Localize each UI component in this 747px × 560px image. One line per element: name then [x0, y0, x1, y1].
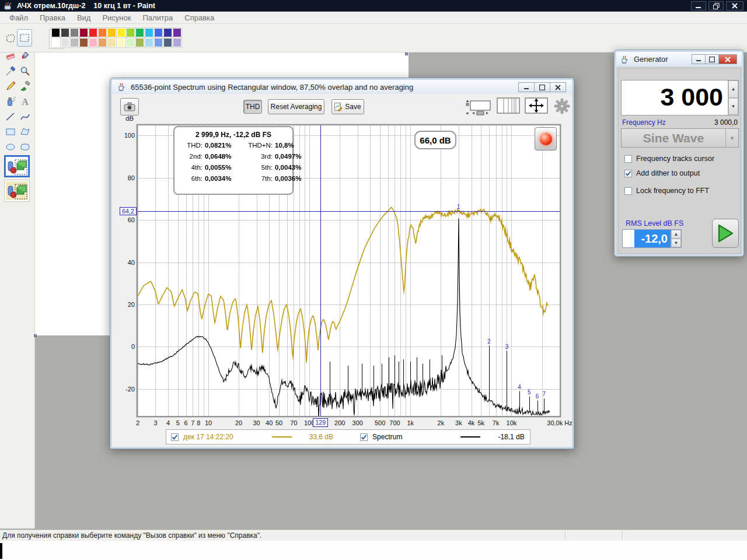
- eraser-tool[interactable]: [4, 49, 18, 63]
- waveform-select[interactable]: Sine Wave ▼: [621, 128, 739, 148]
- freeform-select-tool[interactable]: [3, 30, 18, 47]
- menu-item-Справка[interactable]: Справка: [179, 12, 220, 23]
- text-tool[interactable]: A: [18, 94, 32, 108]
- canvas-resize-handle[interactable]: [405, 52, 408, 55]
- selection-option-opaque[interactable]: [4, 180, 30, 202]
- palette-swatch-r1-4[interactable]: [79, 28, 88, 37]
- palette-swatch-r2-7[interactable]: [107, 38, 116, 47]
- rectangle-tool[interactable]: [4, 125, 18, 139]
- generator-title-bar[interactable]: Generator: [616, 52, 742, 66]
- brush-tool[interactable]: [18, 79, 32, 93]
- palette-swatch-r2-6[interactable]: [98, 38, 107, 47]
- settings-gear-icon[interactable]: [554, 98, 570, 114]
- palette-swatch-r2-3[interactable]: [70, 38, 79, 47]
- thd-toggle-button[interactable]: THD: [243, 100, 262, 114]
- palette-swatch-r1-7[interactable]: [107, 28, 116, 37]
- rms-level-spinner[interactable]: -12,0 ▲ ▼: [622, 229, 682, 248]
- fill-tool[interactable]: [18, 49, 32, 63]
- palette-swatch-r2-1[interactable]: [51, 38, 60, 47]
- minimize-button[interactable]: [691, 1, 706, 10]
- menu-item-Рисунок[interactable]: Рисунок: [96, 12, 137, 23]
- selection-option-transparent[interactable]: [4, 155, 30, 177]
- palette-swatch-r2-5[interactable]: [89, 38, 97, 47]
- airbrush-tool[interactable]: [4, 94, 18, 108]
- magnifier-tool[interactable]: [18, 64, 32, 78]
- generator-window-title: Generator: [634, 55, 668, 64]
- rms-down-button[interactable]: ▼: [671, 239, 681, 247]
- pan-icon[interactable]: [525, 97, 548, 114]
- record-button[interactable]: [535, 127, 557, 150]
- palette-swatch-r2-11[interactable]: [145, 38, 153, 47]
- canvas-corner-handle[interactable]: [34, 334, 37, 337]
- line-tool[interactable]: [4, 110, 18, 124]
- airbrush-icon: [5, 96, 16, 107]
- frequency-divisions-icon[interactable]: [497, 97, 520, 114]
- axis-range-icon[interactable]: [465, 99, 492, 116]
- palette-swatch-r1-14[interactable]: [173, 28, 181, 37]
- palette-swatch-r2-12[interactable]: [154, 38, 163, 47]
- color-picker-tool[interactable]: [4, 64, 18, 78]
- spectrum-minimize-button[interactable]: [518, 82, 535, 92]
- palette-swatch-r2-2[interactable]: [61, 38, 69, 47]
- restore-button[interactable]: [708, 1, 724, 10]
- x-tick-label: 30: [253, 419, 260, 426]
- reset-averaging-button[interactable]: Reset Averaging: [268, 99, 324, 114]
- menu-item-Файл[interactable]: Файл: [4, 12, 34, 23]
- record-icon: [540, 133, 552, 145]
- select-tool[interactable]: [17, 29, 32, 47]
- palette-swatch-r1-12[interactable]: [154, 28, 163, 37]
- curve-tool[interactable]: [18, 110, 32, 124]
- x-tick-label: 50: [275, 419, 282, 426]
- palette-swatch-r1-8[interactable]: [117, 28, 125, 37]
- palette-swatch-r1-10[interactable]: [135, 28, 144, 37]
- palette-swatch-r1-5[interactable]: [89, 28, 97, 37]
- spectrum-maximize-button[interactable]: [534, 82, 550, 92]
- palette-swatch-r2-14[interactable]: [173, 38, 181, 47]
- rounded-rectangle-tool[interactable]: [18, 140, 32, 154]
- menu-item-Правка[interactable]: Правка: [34, 12, 71, 23]
- palette-swatch-r2-4[interactable]: [79, 38, 88, 47]
- generator-checkbox-1[interactable]: [624, 155, 632, 163]
- generator-play-button[interactable]: [712, 219, 739, 248]
- legend-checkbox-2[interactable]: [360, 433, 368, 441]
- window-title: АЧХ отрем.10гдш-2 10 кгц 1 вт - Paint: [17, 2, 155, 10]
- palette-swatch-r2-10[interactable]: [135, 38, 144, 47]
- level-badge: 66,0 dB: [414, 131, 456, 149]
- status-text: Для получения справки выберите команду "…: [2, 531, 261, 540]
- palette-swatch-r1-1[interactable]: [51, 28, 60, 37]
- palette-swatch-r2-13[interactable]: [163, 38, 172, 47]
- menu-item-Вид[interactable]: Вид: [71, 12, 97, 23]
- thd-row-label: 6th:: [179, 175, 205, 182]
- rms-spinner-lead: [623, 230, 634, 247]
- palette-swatch-r2-8[interactable]: [117, 38, 125, 47]
- generator-checkbox-2[interactable]: [624, 170, 632, 177]
- generator-maximize-button[interactable]: [705, 54, 719, 64]
- close-button[interactable]: [726, 1, 743, 10]
- palette-swatch-r1-13[interactable]: [163, 28, 172, 37]
- palette-swatch-r1-9[interactable]: [126, 28, 135, 37]
- generator-close-button[interactable]: [718, 54, 737, 64]
- generator-minimize-button[interactable]: [692, 54, 706, 64]
- cursor-level-readout: 64,2: [120, 207, 137, 215]
- palette-swatch-r1-6[interactable]: [98, 28, 107, 37]
- y-tick-label: -20: [113, 386, 135, 393]
- palette-swatch-r1-3[interactable]: [70, 28, 79, 37]
- polygon-tool[interactable]: [18, 125, 32, 139]
- generator-checkbox-3[interactable]: [624, 187, 632, 195]
- frequency-spinner[interactable]: 3 000 ▲ ▼: [621, 80, 739, 116]
- save-button[interactable]: Save: [331, 99, 364, 114]
- bottom-strip: [0, 541, 747, 560]
- palette-swatch-r2-9[interactable]: [126, 38, 135, 47]
- spectrum-title-bar[interactable]: 65536-point Spectrum using Rectangular w…: [112, 80, 572, 94]
- snapshot-button[interactable]: [120, 98, 139, 116]
- frequency-up-button[interactable]: ▲: [728, 80, 738, 98]
- frequency-down-button[interactable]: ▼: [728, 98, 738, 116]
- pencil-tool[interactable]: [4, 79, 18, 93]
- legend-checkbox-1[interactable]: [171, 433, 179, 441]
- palette-swatch-r1-2[interactable]: [61, 28, 69, 37]
- rms-up-button[interactable]: ▲: [671, 230, 681, 239]
- palette-swatch-r1-11[interactable]: [145, 28, 153, 37]
- menu-item-Палитра[interactable]: Палитра: [137, 12, 179, 23]
- ellipse-tool[interactable]: [4, 140, 18, 154]
- spectrum-close-button[interactable]: [550, 82, 566, 92]
